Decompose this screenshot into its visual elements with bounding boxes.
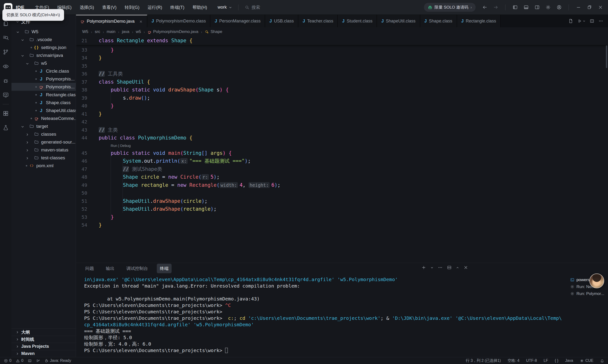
editor-tab-shapeutil-class[interactable]: JShapeUtil.class xyxy=(377,15,420,27)
activitybar-git-branch[interactable] xyxy=(0,45,12,59)
tree-item-polymorphis-[interactable]: Polymorphis... xyxy=(12,83,76,91)
window-close-button[interactable] xyxy=(596,3,605,12)
sidebar-section-maven[interactable]: Maven xyxy=(12,350,76,357)
sticky-scroll-line[interactable]: 21class Rectangle extends Shape { xyxy=(76,36,608,45)
toggle-panel-button[interactable] xyxy=(522,3,530,12)
nav-forward-button[interactable] xyxy=(491,3,500,12)
tree-item-w5[interactable]: w5 xyxy=(12,59,76,67)
menu-item[interactable]: 选择(S) xyxy=(77,3,97,12)
statusbar-item-right-3[interactable]: LF xyxy=(544,359,548,363)
activitybar-extensions[interactable] xyxy=(0,106,12,121)
line-content: // 主类 xyxy=(87,127,118,133)
activitybar-eye[interactable] xyxy=(0,59,12,74)
run-button[interactable] xyxy=(577,19,585,23)
activitybar-bug[interactable] xyxy=(0,74,12,88)
window-restore-button[interactable] xyxy=(585,3,594,12)
new-terminal-button[interactable] xyxy=(421,265,426,270)
toggle-sidebar-button[interactable] xyxy=(511,3,519,12)
sidebar-section-大纲[interactable]: 大纲 xyxy=(12,328,76,336)
tree-item-settings-json[interactable]: { }settings.json xyxy=(12,43,76,51)
statusbar-item-left-4[interactable]: Java: Ready xyxy=(44,359,71,363)
breadcrumb-item-shape[interactable]: Shape xyxy=(205,29,222,34)
activitybar-code-chat[interactable] xyxy=(0,88,12,102)
solo-invite-badge[interactable]: 限量 SOLO 邀请码› xyxy=(424,3,476,12)
statusbar-item-left-3[interactable] xyxy=(36,359,40,363)
panel-tab-终端[interactable]: 终端 xyxy=(157,264,172,273)
activitybar-search-list[interactable] xyxy=(0,31,12,45)
code-token: new xyxy=(168,174,177,180)
statusbar-item-right-2[interactable]: UTF-8 xyxy=(526,359,537,363)
close-icon[interactable] xyxy=(139,20,143,23)
menu-item[interactable]: 转到(G) xyxy=(121,3,143,12)
tree-item-maven-status[interactable]: maven-status xyxy=(12,146,76,154)
close-panel-button[interactable] xyxy=(463,265,468,270)
statusbar-item-left-1[interactable]: 0 xyxy=(16,359,23,363)
tree-item-src-main-java[interactable]: src\main\java xyxy=(12,51,76,59)
panel-tab-调试控制台[interactable]: 调试控制台 xyxy=(123,264,151,273)
tree-item-neteasecomme-[interactable]: NeteaseComme... xyxy=(12,114,76,122)
breadcrumb-item-main[interactable]: main xyxy=(106,29,115,34)
tree-item-pom-xml[interactable]: pom.xml xyxy=(12,162,76,169)
tree-item-circle-class[interactable]: JCircle.class xyxy=(12,67,76,75)
editor-area: PolymorphismDemo.javaJPolymorphismDemo.c… xyxy=(76,15,608,357)
tree-item-generated-sour-[interactable]: generated-sour... xyxy=(12,138,76,146)
sidebar-section-时间线[interactable]: 时间线 xyxy=(12,336,76,343)
tree-item-classes[interactable]: classes xyxy=(12,130,76,138)
tree-item-shapeutil-class[interactable]: JShapeUtil.class xyxy=(12,106,76,114)
terminal-session-run-polymor-[interactable]: Run: Polymor... xyxy=(568,290,608,297)
tree-item-test-classes[interactable]: test-classes xyxy=(12,154,76,162)
code-token: Shape xyxy=(123,182,138,188)
statusbar-item-right-5[interactable]: Java xyxy=(565,359,573,363)
maximize-panel-button[interactable] xyxy=(456,266,459,269)
global-search[interactable]: 搜索 xyxy=(245,5,260,10)
statusbar-item-right-7[interactable] xyxy=(600,359,604,363)
settings-button[interactable] xyxy=(544,3,552,12)
tree-item-target[interactable]: target xyxy=(12,122,76,130)
panel-tab-问题[interactable]: 问题 xyxy=(82,264,97,273)
tree-item-rectangle-class[interactable]: JRectangle.class xyxy=(12,91,76,99)
tree-item-polymorphis-[interactable]: JPolymorphis... xyxy=(12,75,76,83)
editor-tab-usb-class[interactable]: JUSB.class xyxy=(265,15,298,27)
statusbar-item-left-0[interactable]: 0 xyxy=(4,359,12,363)
split-terminal-button[interactable] xyxy=(447,265,452,270)
activitybar-beaker[interactable] xyxy=(0,121,12,135)
tree-item-w5[interactable]: W5 xyxy=(12,28,76,36)
breadcrumb-item-w5[interactable]: W5 xyxy=(82,29,88,34)
statusbar-item-right-1[interactable]: 空格: 4 xyxy=(507,358,519,363)
editor-tab-polymorphismdemo-java[interactable]: PolymorphismDemo.java xyxy=(76,15,147,27)
menu-item[interactable]: 运行(R) xyxy=(144,3,166,12)
window-minimize-button[interactable] xyxy=(574,3,583,12)
statusbar-item-left-2[interactable] xyxy=(28,359,32,363)
statusbar-item-right-6[interactable]: CUE xyxy=(580,359,594,363)
editor-scrollbar[interactable] xyxy=(606,45,607,68)
user-avatar[interactable] xyxy=(589,273,604,288)
menu-item[interactable]: 帮助(H) xyxy=(189,3,210,12)
codelens[interactable]: Run | Debug xyxy=(76,142,608,149)
editor-tab-student-class[interactable]: JStudent.class xyxy=(338,15,377,27)
nav-back-button[interactable] xyxy=(480,3,489,12)
tree-item--vscode[interactable]: .vscode xyxy=(12,36,76,43)
editor-tab-polymorphismdemo-class[interactable]: JPolymorphismDemo.class xyxy=(147,15,210,27)
terminal-output[interactable]: in\java.exe' '@C:\Users\eleven\AppData\L… xyxy=(84,276,566,356)
sidebar-section-java-projects[interactable]: Java Projects xyxy=(12,343,76,350)
editor-tab-personmanager-class[interactable]: JPersonManager.class xyxy=(210,15,265,27)
toggle-secondary-sidebar-button[interactable] xyxy=(533,3,541,12)
tree-item-shape-class[interactable]: JShape.class xyxy=(12,99,76,106)
breadcrumb-item-polymorphismdemo-java[interactable]: PolymorphismDemo.java xyxy=(147,29,198,34)
menu-item[interactable]: 终端(T) xyxy=(167,3,188,12)
terminal-profile-button[interactable] xyxy=(430,266,434,269)
panel-more-button[interactable] xyxy=(438,265,443,270)
panel-tab-输出[interactable]: 输出 xyxy=(103,264,118,273)
editor-tab-shape-class[interactable]: JShape.class xyxy=(420,15,457,27)
editor-tab-rectangle-class[interactable]: JRectangle.class xyxy=(457,15,501,27)
editor-tab-teacher-class[interactable]: JTeacher.class xyxy=(298,15,338,27)
project-switcher[interactable]: work xyxy=(217,5,232,10)
breadcrumb-item-w5[interactable]: w5 xyxy=(136,29,141,34)
menu-item[interactable]: 查看(V) xyxy=(99,3,120,12)
statusbar-item-right-0[interactable]: 行 3，列 2 (已选择1) xyxy=(466,358,501,363)
account-button[interactable] xyxy=(555,3,563,12)
breadcrumb-item-java[interactable]: java xyxy=(122,29,129,34)
code-editor[interactable]: 33 }34}3536// 工具类37class ShapeUtil {38 p… xyxy=(76,36,608,263)
breadcrumb-item-src[interactable]: src xyxy=(95,29,100,34)
statusbar-item-right-4[interactable]: { } xyxy=(555,359,558,363)
